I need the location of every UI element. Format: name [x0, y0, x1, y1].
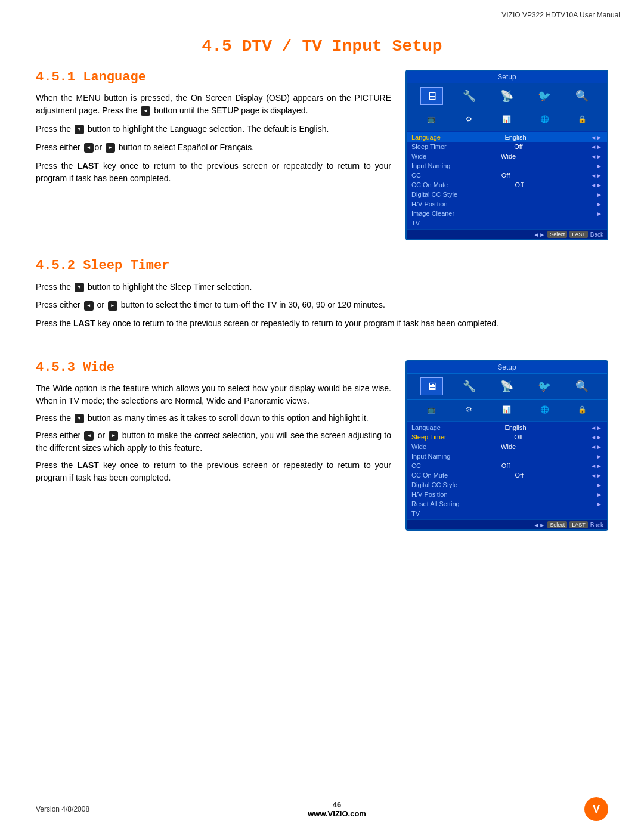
osd-icon2-tv: 🖥: [420, 377, 443, 395]
osd-back-label-2: Back: [590, 522, 603, 528]
language-text: 4.5.1 Language When the MENU button is p…: [36, 70, 391, 240]
osd-icon-sub2: ⚙: [458, 110, 481, 128]
sleep-timer-section: 4.5.2 Sleep Timer Press the ▼ button to …: [36, 258, 608, 330]
osd2-arrow-wide: ◄►: [590, 444, 602, 450]
language-para-4: Press the LAST key once to return to the…: [36, 160, 391, 185]
osd-icons-row2-2: 📺 ⚙ 📊 🌐 🔒: [407, 400, 607, 422]
osd2-arrow-sleep: ◄►: [590, 434, 602, 441]
osd2-label-hvpos: H/V Position: [411, 491, 448, 498]
osd-icon-sub1: 📺: [420, 110, 443, 128]
osd-arrow-inputnaming: ►: [596, 163, 602, 169]
osd2-arrow-hvpos: ►: [596, 491, 602, 498]
osd2-arrow-inputnaming: ►: [596, 453, 602, 460]
osd-menu2-row-wide: Wide Wide ◄►: [407, 442, 607, 451]
right-button-icon: ►: [106, 143, 115, 153]
divider: [36, 348, 608, 348]
osd-nav-hint-1: ◄►: [533, 231, 545, 238]
sleep-para-1: Press the ▼ button to highlight the Slee…: [36, 280, 608, 293]
osd-icon-sub4: 🌐: [533, 110, 556, 128]
osd2-label-resetall: Reset All Setting: [411, 500, 460, 507]
osd2-arrow-cc: ◄►: [590, 463, 602, 469]
wide-para-1: The Wide option is the feature which all…: [36, 382, 391, 407]
osd-menu-row-tv1: TV: [407, 218, 607, 228]
osd-label-tv1: TV: [411, 219, 420, 227]
page-footer: Version 4/8/2008 46 www.VIZIO.com V: [0, 797, 644, 821]
osd-menu-row-language: Language English ◄►: [407, 132, 607, 142]
osd-select-btn-2: Select: [547, 521, 567, 528]
language-section: 4.5.1 Language When the MENU button is p…: [36, 70, 608, 240]
osd2-label-cc: CC: [411, 462, 421, 469]
osd-menu-row-digitalcc: Digital CC Style ►: [407, 190, 607, 199]
sleep-para-3: Press the LAST key once to return to the…: [36, 317, 608, 330]
osd-icon-sub5: 🔒: [571, 110, 593, 128]
wide-para-2: Press the ▼ button as many times as it t…: [36, 412, 391, 425]
osd-menu2-row-inputnaming: Input Naming ►: [407, 451, 607, 461]
osd-arrow-language: ◄►: [590, 134, 602, 141]
osd2-label-inputnaming: Input Naming: [411, 453, 450, 460]
osd-arrow-digitalcc: ►: [596, 191, 602, 198]
footer-version: Version 4/8/2008: [36, 805, 89, 813]
osd-menu2-row-resetall: Reset All Setting ►: [407, 499, 607, 509]
sleep-timer-section-title: 4.5.2 Sleep Timer: [36, 258, 608, 273]
osd-label-digitalcc: Digital CC Style: [411, 191, 457, 198]
osd-value-language: English: [505, 134, 527, 141]
wide-para-3: Press either ◄ or ► button to make the c…: [36, 429, 391, 454]
osd-menu-row-wide: Wide Wide ◄►: [407, 151, 607, 161]
osd2-label-wide: Wide: [411, 443, 426, 450]
osd-icons-row2-1: 📺 ⚙ 📊 🌐 🔒: [407, 109, 607, 131]
osd-arrow-cconmute: ◄►: [590, 182, 602, 188]
osd-title-2: Setup: [407, 361, 607, 374]
osd-menu2-row-language: Language English ◄►: [407, 423, 607, 432]
osd-menu2-row-cc: CC Off ◄►: [407, 461, 607, 470]
osd2-value-cc: Off: [501, 462, 510, 469]
osd-last-btn-2: LAST: [569, 521, 588, 528]
osd-icon2-picture: 🔧: [458, 377, 481, 395]
footer-url: www.VIZIO.com: [308, 809, 366, 818]
osd-menu2-row-sleep: Sleep Timer Off ◄►: [407, 432, 607, 442]
wide-para-4: Press the LAST key once to return to the…: [36, 459, 391, 484]
osd-icon2-setup: 🐦: [533, 377, 556, 395]
osd-icon2-parental: 🔍: [571, 377, 593, 395]
osd-label-inputnaming: Input Naming: [411, 162, 450, 169]
osd-menu-row-hvpos: H/V Position ►: [407, 199, 607, 209]
wide-left-icon: ◄: [84, 431, 94, 441]
osd-icon2-sub3: 📊: [496, 401, 518, 419]
main-title: 4.5 DTV / TV Input Setup: [36, 37, 608, 55]
osd-label-imagecleaner: Image Cleaner: [411, 210, 454, 217]
osd-last-btn-1: LAST: [569, 231, 588, 238]
osd-icons-row-1: 🖥 🔧 📡 🐦 🔍: [407, 83, 607, 109]
osd-nav-hint-2: ◄►: [533, 522, 545, 528]
language-para-3: Press either ◄or ► button to select Espa…: [36, 141, 391, 154]
osd-value-cc: Off: [501, 172, 510, 179]
osd-label-language: Language: [411, 134, 441, 141]
osd2-label-sleep: Sleep Timer: [411, 433, 447, 441]
sleep-left-icon: ◄: [84, 301, 94, 311]
osd-icon-picture: 🔧: [458, 87, 481, 105]
osd-menu2-row-cconmute: CC On Mute Off ◄►: [407, 470, 607, 480]
osd-icon2-sub4: 🌐: [533, 401, 556, 419]
osd-icon-tv: 🖥: [420, 87, 443, 105]
osd-menu-row-imagecleaner: Image Cleaner ►: [407, 209, 607, 218]
osd-menu2-row-hvpos: H/V Position ►: [407, 490, 607, 499]
osd-icon2-sub5: 🔒: [571, 401, 593, 419]
wide-right-icon: ►: [109, 431, 118, 441]
osd-title-1: Setup: [407, 71, 607, 83]
osd-menu-items-2: Language English ◄► Sleep Timer Off ◄► W…: [407, 422, 607, 519]
sleep-right-icon: ►: [108, 301, 117, 311]
osd2-value-cconmute: Off: [515, 472, 523, 479]
osd2-arrow-language: ◄►: [590, 425, 602, 431]
osd2-label-cconmute: CC On Mute: [411, 472, 448, 479]
osd-icon2-sub1: 📺: [420, 401, 443, 419]
osd-icons-row-2: 🖥 🔧 📡 🐦 🔍: [407, 374, 607, 400]
osd-label-cconmute: CC On Mute: [411, 181, 448, 188]
nav-button-icon: ◄: [141, 106, 150, 116]
osd-value-wide: Wide: [501, 153, 516, 160]
wide-down-icon: ▼: [75, 414, 84, 423]
language-section-title: 4.5.1 Language: [36, 70, 391, 85]
osd-label-cc: CC: [411, 172, 421, 179]
osd2-arrow-digitalcc: ►: [596, 482, 602, 488]
vizio-logo: V: [584, 797, 608, 821]
osd-label-hvpos: H/V Position: [411, 200, 448, 208]
osd2-value-wide: Wide: [501, 443, 516, 450]
manual-title: VIZIO VP322 HDTV10A User Manual: [501, 11, 620, 19]
